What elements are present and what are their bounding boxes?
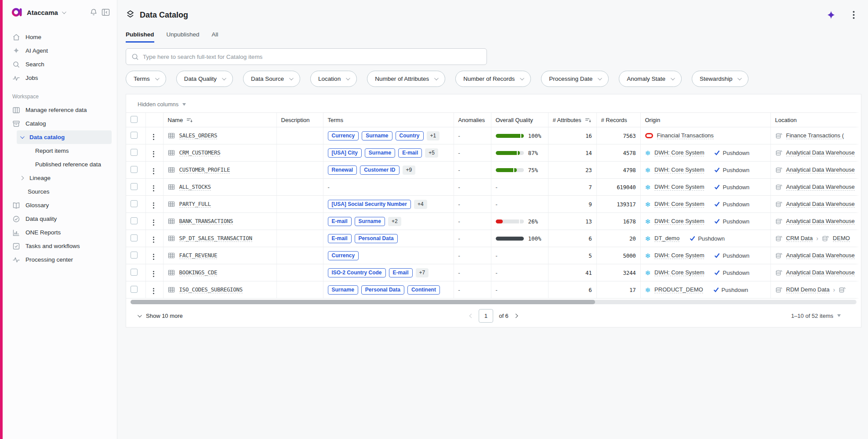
- row-checkbox[interactable]: [131, 200, 138, 207]
- row-checkbox[interactable]: [131, 217, 138, 224]
- catalog-item-link[interactable]: PARTY_FULL: [179, 201, 211, 208]
- location-link[interactable]: Analytical Data Warehouse: [786, 269, 855, 276]
- row-menu-button[interactable]: [150, 184, 157, 193]
- sidebar-item-home[interactable]: Home: [11, 30, 112, 44]
- catalog-item-link[interactable]: BOOKINGS_CDE: [179, 269, 218, 276]
- sidebar-item-report-items[interactable]: Report items: [34, 144, 112, 158]
- location-link[interactable]: RDM Demo Data: [786, 286, 830, 293]
- more-terms-chip[interactable]: +2: [388, 217, 401, 226]
- filter-pill-terms[interactable]: Terms: [126, 71, 166, 87]
- row-menu-button[interactable]: [150, 201, 157, 210]
- row-menu-button[interactable]: [150, 286, 157, 296]
- row-checkbox[interactable]: [131, 234, 138, 241]
- origin-link[interactable]: DT_demo: [654, 235, 679, 242]
- page-menu-button[interactable]: [853, 11, 855, 19]
- more-terms-chip[interactable]: +5: [425, 148, 438, 158]
- term-chip[interactable]: E-mail: [389, 268, 413, 277]
- column-header-name[interactable]: Name: [163, 113, 276, 127]
- term-chip[interactable]: E-mail: [398, 148, 422, 158]
- tab-published[interactable]: Published: [126, 31, 154, 43]
- location-link[interactable]: Finance Transactions (: [786, 132, 844, 139]
- sidebar-item-published-reference-data[interactable]: Published reference data: [34, 158, 112, 171]
- location-link[interactable]: Analytical Data Warehouse: [786, 149, 855, 156]
- term-chip[interactable]: Country: [396, 131, 424, 140]
- filter-pill-stewardship[interactable]: Stewardship: [692, 71, 748, 87]
- row-checkbox[interactable]: [131, 166, 138, 173]
- filter-pill-anomaly-state[interactable]: Anomaly State: [619, 71, 682, 87]
- catalog-item-link[interactable]: SALES_ORDERS: [179, 132, 218, 139]
- origin-link[interactable]: DWH: Core System: [654, 252, 704, 259]
- term-chip[interactable]: E-mail: [328, 217, 352, 226]
- filter-pill-processing-date[interactable]: Processing Date: [541, 71, 609, 87]
- location-link[interactable]: Analytical Data Warehouse: [786, 166, 855, 173]
- collapse-sidebar-button[interactable]: [102, 8, 110, 16]
- catalog-item-link[interactable]: CRM_CUSTOMERS: [179, 149, 221, 156]
- next-page-button[interactable]: [513, 313, 518, 318]
- sidebar-item-data-catalog[interactable]: Data catalog: [17, 130, 112, 144]
- term-chip[interactable]: Currency: [328, 131, 359, 140]
- row-menu-button[interactable]: [150, 252, 157, 262]
- term-chip[interactable]: Customer ID: [360, 166, 399, 175]
- more-terms-chip[interactable]: +1: [427, 131, 440, 140]
- term-chip[interactable]: ISO-2 Country Code: [328, 268, 386, 277]
- column-header--attributes[interactable]: # Attributes: [548, 113, 596, 127]
- row-checkbox[interactable]: [131, 149, 138, 156]
- previous-page-button[interactable]: [469, 313, 474, 318]
- catalog-item-link[interactable]: ALL_STOCKS: [179, 184, 211, 191]
- origin-link[interactable]: DWH: Core System: [654, 166, 704, 173]
- more-terms-chip[interactable]: +9: [403, 166, 416, 175]
- term-chip[interactable]: Surname: [362, 131, 392, 140]
- items-per-page-control[interactable]: 1–10 of 52 items: [791, 313, 841, 319]
- tab-unpublished[interactable]: Unpublished: [167, 31, 200, 43]
- sidebar-item-catalog[interactable]: Catalog: [11, 117, 112, 130]
- row-checkbox[interactable]: [131, 269, 138, 276]
- tab-all[interactable]: All: [212, 31, 218, 43]
- origin-link[interactable]: DWH: Core System: [654, 218, 704, 225]
- location-link[interactable]: DEMO: [833, 235, 850, 242]
- sidebar-item-manage-reference-data[interactable]: Manage reference data: [11, 103, 112, 117]
- row-checkbox[interactable]: [131, 286, 138, 293]
- filter-pill-number-of-attributes[interactable]: Number of Attributes: [367, 71, 445, 87]
- sidebar-item-one-reports[interactable]: ONE Reports: [11, 226, 112, 239]
- more-terms-chip[interactable]: +7: [416, 268, 429, 277]
- sidebar-item-jobs[interactable]: Jobs: [11, 71, 112, 85]
- show-more-button[interactable]: Show 10 more: [138, 313, 183, 319]
- origin-link[interactable]: DWH: Core System: [654, 269, 704, 276]
- sidebar-item-glossary[interactable]: Glossary: [11, 198, 112, 212]
- select-all-checkbox[interactable]: [131, 116, 138, 123]
- row-menu-button[interactable]: [150, 166, 157, 176]
- location-link[interactable]: Analytical Data Warehouse: [786, 184, 855, 191]
- location-link[interactable]: Analytical Data Warehouse: [786, 201, 855, 208]
- catalog-item-link[interactable]: BANK_TRANSACTIONS: [179, 218, 233, 225]
- hidden-columns-toggle[interactable]: Hidden columns: [126, 94, 861, 112]
- term-chip[interactable]: Surname: [355, 217, 385, 226]
- row-menu-button[interactable]: [150, 269, 157, 279]
- row-menu-button[interactable]: [150, 149, 157, 159]
- term-chip[interactable]: [USA] City: [328, 148, 362, 158]
- search-input[interactable]: [143, 54, 481, 60]
- location-link[interactable]: Analytical Data Warehouse: [786, 252, 855, 259]
- row-checkbox[interactable]: [131, 183, 138, 190]
- sidebar-item-tasks-and-workflows[interactable]: Tasks and workflows: [11, 239, 112, 253]
- term-chip[interactable]: Personal Data: [355, 234, 398, 243]
- sidebar-item-ai-agent[interactable]: AI Agent: [11, 44, 112, 58]
- filter-pill-number-of-records[interactable]: Number of Records: [455, 71, 531, 87]
- more-terms-chip[interactable]: +4: [414, 200, 427, 209]
- origin-link[interactable]: DWH: Core System: [654, 184, 704, 191]
- catalog-item-link[interactable]: CUSTOMER_PROFILE: [179, 166, 230, 173]
- sidebar-item-sources[interactable]: Sources: [17, 185, 112, 198]
- notifications-bell-button[interactable]: [90, 8, 98, 16]
- sidebar-item-data-quality[interactable]: Data quality: [11, 212, 112, 226]
- row-menu-button[interactable]: [150, 235, 157, 245]
- catalog-item-link[interactable]: FACT_REVENUE: [179, 252, 218, 259]
- term-chip[interactable]: E-mail: [328, 234, 352, 243]
- row-menu-button[interactable]: [150, 218, 157, 227]
- catalog-item-link[interactable]: SP_DT_SALES_TRANSACTION: [179, 235, 252, 242]
- catalog-item-link[interactable]: ISO_CODES_SUBREGIONS: [179, 286, 243, 293]
- term-chip[interactable]: Surname: [365, 148, 395, 158]
- origin-link[interactable]: PRODUCT_DEMO: [654, 286, 703, 293]
- term-chip[interactable]: Personal Data: [361, 285, 404, 295]
- filter-pill-data-source[interactable]: Data Source: [243, 71, 300, 87]
- row-menu-button[interactable]: [150, 132, 157, 142]
- term-chip[interactable]: Surname: [328, 285, 358, 295]
